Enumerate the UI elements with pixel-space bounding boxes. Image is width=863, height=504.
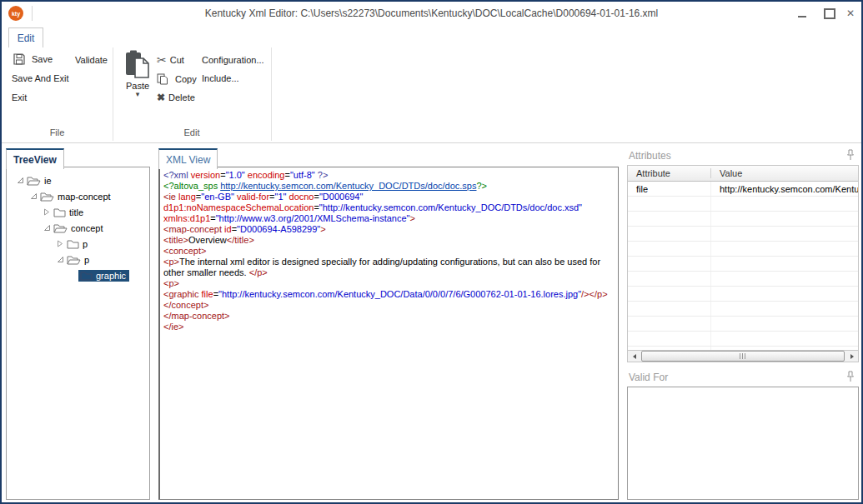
collapse-arrow-icon[interactable] (55, 256, 65, 263)
validate-button[interactable]: Validate (75, 55, 108, 65)
xml-code[interactable]: <?xml version="1.0" encoding="utf-8" ?><… (158, 167, 619, 500)
attribute-empty-row (628, 197, 858, 212)
attribute-empty-row (628, 242, 858, 257)
attribute-name-cell[interactable]: file (628, 182, 711, 196)
window-title: Kentucky Xml Editor: C:\Users\s22273\Doc… (2, 7, 861, 19)
pin-icon[interactable] (845, 371, 855, 382)
pin-icon[interactable] (845, 149, 855, 161)
scroll-right-button[interactable] (845, 351, 858, 362)
app-window: kty Kentucky Xml Editor: C:\Users\s22273… (0, 0, 863, 504)
attribute-empty-row (628, 257, 858, 272)
attribute-empty-row (628, 332, 858, 347)
ribbon: Save Validate Save And Exit Exit File Pa… (2, 47, 861, 143)
attributes-table-header: Attribute Value (628, 166, 858, 182)
attributes-horizontal-scrollbar[interactable] (627, 350, 859, 362)
tree-item-p-2[interactable]: p (7, 252, 149, 267)
folder-open-icon (40, 192, 54, 202)
close-button[interactable]: ✕ (842, 6, 859, 21)
paste-button[interactable]: Paste ▾ (120, 49, 155, 97)
scrollbar-thumb[interactable] (641, 351, 845, 362)
tab-treeview[interactable]: TreeView (6, 148, 64, 169)
expand-arrow-icon[interactable] (42, 208, 52, 216)
tree-item-graphic[interactable]: graphic (7, 267, 149, 283)
cut-icon: ✂ (157, 55, 167, 65)
tree-item-map-concept[interactable]: map-concept (7, 188, 149, 204)
folder-closed-icon (80, 271, 93, 281)
paste-dropdown-icon[interactable]: ▾ (136, 91, 140, 97)
tree-item-p-1[interactable]: p (7, 236, 149, 252)
include-button[interactable]: Include... (202, 73, 239, 83)
copy-icon (157, 73, 168, 85)
collapse-arrow-icon[interactable] (15, 177, 25, 184)
save-icon (13, 53, 25, 65)
close-icon: ✕ (846, 7, 855, 19)
exit-button[interactable]: Exit (12, 92, 27, 102)
attribute-empty-row (628, 212, 858, 227)
folder-open-icon (67, 255, 81, 265)
tree-item-ie[interactable]: ie (7, 172, 149, 188)
copy-button[interactable]: Copy (157, 73, 197, 85)
minimize-button[interactable] (794, 6, 810, 21)
tree-item-concept[interactable]: concept (7, 220, 149, 236)
attribute-empty-row (628, 317, 858, 332)
treeview-panel[interactable]: ie map-concept title concept p p graphic (6, 167, 150, 500)
expand-arrow-icon[interactable] (55, 240, 65, 247)
file-group-label: File (2, 127, 113, 137)
selected-tree-item[interactable]: graphic (78, 270, 129, 282)
cut-button[interactable]: ✂ Cut (157, 55, 184, 65)
configuration-button[interactable]: Configuration... (202, 55, 264, 65)
valid-for-list[interactable] (627, 387, 859, 500)
tree-item-title[interactable]: title (7, 204, 149, 220)
delete-icon: ✖ (157, 92, 165, 102)
maximize-icon (824, 8, 835, 19)
attributes-table: Attribute Value file http://kentucky.sem… (627, 165, 859, 362)
scroll-left-icon (633, 354, 636, 359)
attribute-empty-row (628, 272, 858, 287)
attributes-table-body: file http://kentucky.semcon.com/Kentu... (628, 182, 858, 362)
paste-icon (124, 49, 151, 81)
column-header-value[interactable]: Value (711, 168, 745, 178)
column-header-attribute[interactable]: Attribute (628, 168, 711, 178)
tab-edit[interactable]: Edit (8, 27, 43, 48)
ribbon-tab-strip: Edit (2, 25, 861, 47)
maximize-button[interactable] (821, 6, 838, 21)
attribute-empty-row (628, 287, 858, 302)
attribute-empty-row (628, 302, 858, 317)
scroll-right-icon (850, 354, 854, 359)
delete-button[interactable]: ✖ Delete (157, 92, 195, 102)
valid-for-panel-title: Valid For (629, 372, 668, 383)
folder-open-icon (53, 223, 68, 233)
save-and-exit-button[interactable]: Save And Exit (12, 73, 69, 83)
tab-xml-view[interactable]: XML View (158, 148, 218, 169)
edit-group-label: Edit (113, 127, 271, 137)
attribute-empty-row (628, 227, 858, 242)
collapse-arrow-icon[interactable] (42, 224, 52, 232)
folder-open-icon (27, 176, 41, 186)
folder-closed-icon (53, 207, 66, 217)
title-bar: kty Kentucky Xml Editor: C:\Users\s22273… (2, 2, 861, 25)
attribute-row-file[interactable]: file http://kentucky.semcon.com/Kentu... (628, 182, 858, 197)
attributes-panel-title: Attributes (629, 150, 671, 162)
folder-closed-icon (67, 239, 79, 249)
scroll-left-button[interactable] (628, 351, 640, 362)
group-separator (271, 47, 272, 141)
collapse-arrow-icon[interactable] (28, 192, 38, 200)
attribute-value-cell[interactable]: http://kentucky.semcon.com/Kentu... (711, 184, 858, 194)
save-button[interactable]: Save (13, 53, 53, 65)
minimize-icon (798, 16, 806, 17)
